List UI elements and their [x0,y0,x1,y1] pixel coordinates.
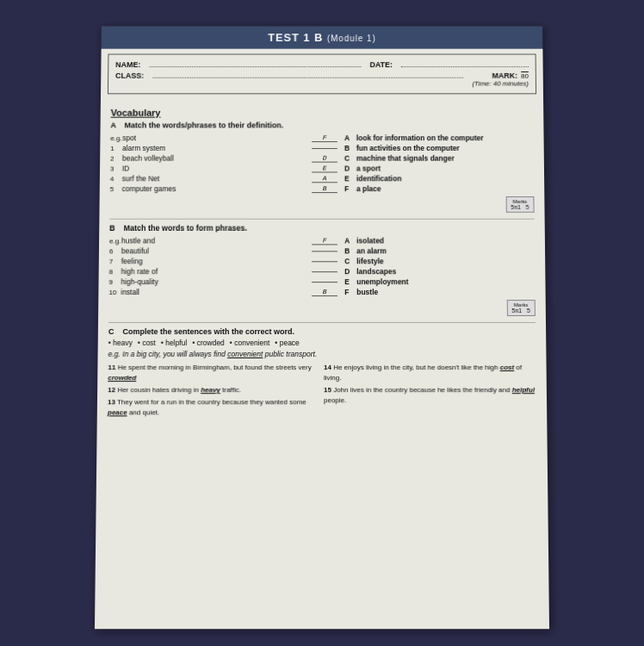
item-word-2: beach volleyball [122,154,312,163]
eg-answer-b: F [312,237,337,245]
section-a-columns: e.g. spot F 1 alarm system 2 beach volle… [110,132,535,195]
eg-label-b: e.g. [109,237,121,245]
item-word-5: computer games [122,184,313,193]
divider-bc [108,322,536,323]
item-answer-5: B [312,184,337,193]
answer-14: cost [500,363,515,371]
match-item-7: 7 feeling [109,257,337,265]
test-header: TEST 1 B (Module 1) [102,26,543,48]
item-num-2: 2 [110,154,122,162]
section-a-label: A Match the words/phrases to their defin… [110,121,533,130]
match-item-3: 3 ID E [110,165,337,173]
eg-label-a: e.g. [110,134,122,142]
sentence-col-left: 11 He spent the morning in Birmingham, b… [108,361,320,419]
section-b-instruction: Match the words to form phrases. [124,224,247,233]
def-b-d: D landscapes [344,267,535,276]
sentence-13: 13 They went for a run in the country be… [108,397,320,418]
match-item-6: 6 beautiful [109,246,337,255]
divider-ab [109,219,534,220]
word-bank: heavy cost helpful crowded convenient pe… [108,339,536,347]
date-dots [401,66,529,67]
answer-15: helpful [512,386,535,394]
answer-13: peace [108,408,127,416]
item-answer-3: E [312,165,337,173]
section-c-instruction: Complete the sentences with the correct … [122,327,294,336]
section-b-words: e.g. hustle and F 6 beautiful 7 feeling [108,235,337,299]
def-f: F a place [344,184,534,193]
page-wrapper: TEST 1 B (Module 1) NAME: DATE: CLASS: M… [0,0,644,646]
sentence-col-right: 14 He enjoys living in the city, but he … [324,361,536,419]
mark-line: MARK: 80 [492,71,529,80]
item-num-5: 5 [110,185,122,193]
eg-answer-a: F [312,134,337,142]
paper-document: TEST 1 B (Module 1) NAME: DATE: CLASS: M… [95,26,549,629]
section-a: A Match the words/phrases to their defin… [109,121,534,214]
section-a-marks: Marks 5n1 5 [505,196,534,213]
section-a-instruction: Match the words/phrases to their definit… [124,121,283,130]
answer-11: crowded [108,374,136,382]
sentence-14: 14 He enjoys living in the city, but he … [324,363,536,383]
word-convenient: convenient [230,339,270,347]
name-dots [149,66,362,67]
def-b-a: A isolated [344,237,535,245]
def-d: D a sport [344,165,534,173]
sentence-12: 12 Her cousin hates driving in heavy tra… [108,385,320,395]
def-b-e: E unemployment [344,277,535,286]
sentence-15: 15 John lives in the country because he … [324,385,536,406]
item-num-4: 4 [110,175,122,183]
item-word-4: surf the Net [122,174,313,183]
section-b-defs: A isolated B an alarm C lifestyle D [344,235,536,299]
section-a-words: e.g. spot F 1 alarm system 2 beach volle… [110,132,337,195]
class-row: CLASS: MARK: 80 (Time: 40 minutes) [115,71,529,88]
item-word-3: ID [122,165,312,173]
match-item-5: 5 computer games B [110,184,337,193]
eg-word-a: spot [122,134,312,142]
sentence-11: 11 He spent the morning in Birmingham, b… [108,363,320,383]
word-helpful: helpful [161,339,188,347]
sentences-grid: 11 He spent the morning in Birmingham, b… [108,361,536,419]
def-b-b: B an alarm [344,246,535,255]
def-b: B fun activities on the computer [344,144,534,152]
word-cost: cost [138,339,156,347]
mark-label: MARK: [492,71,518,80]
section-b: B Match the words to form phrases. e.g. … [108,224,536,318]
answer-12: heavy [201,386,220,394]
word-peace: peace [275,339,300,347]
item-answer-2: D [312,154,337,163]
test-subtitle: (Module 1) [327,34,376,43]
item-num-3: 3 [110,165,122,172]
word-crowded: crowded [192,339,225,347]
match-item-8: 8 high rate of [109,267,338,276]
info-box: NAME: DATE: CLASS: MARK: 80 (Time: 40 mi… [108,54,536,95]
name-row: NAME: DATE: [115,60,529,69]
mark-section: MARK: 80 (Time: 40 minutes) [472,71,529,88]
def-e: E identification [344,174,534,183]
def-a: A look for information on the computer [344,134,534,142]
section-b-marks: Marks 5n1 5 [506,300,536,316]
section-a-defs: A look for information on the computer B… [344,132,534,195]
match-item-2: 2 beach volleyball D [110,154,337,163]
class-label: CLASS: [115,71,144,80]
eg-item-a: e.g. spot F [110,134,337,142]
vocabulary-title: Vocabulary [111,108,534,118]
item-word-1: alarm system [122,144,312,152]
section-c-label: C Complete the sentences with the correc… [108,327,536,336]
class-dots [152,78,463,78]
mark-denom: 80 [521,71,529,79]
match-item-9: 9 high-quality [108,277,337,286]
section-b-label: B Match the words to form phrases. [109,224,535,233]
eg-word-b: hustle and [121,237,312,245]
name-label: NAME: [115,60,140,69]
date-label: DATE: [370,60,393,69]
eg-item-b: e.g. hustle and F [109,237,337,245]
section-b-columns: e.g. hustle and F 6 beautiful 7 feeling [108,235,535,299]
def-b-f: F bustle [344,288,536,296]
eg-sentence-c: e.g. In a big city, you will always find… [108,350,536,358]
time-note: (Time: 40 minutes) [472,80,529,88]
def-b-c: C lifestyle [344,257,535,265]
word-heavy: heavy [108,339,133,347]
match-item-4: 4 surf the Net A [110,174,337,183]
test-title: TEST 1 B [268,31,323,44]
def-c: C machine that signals danger [344,154,534,163]
item-answer-1 [312,147,337,148]
